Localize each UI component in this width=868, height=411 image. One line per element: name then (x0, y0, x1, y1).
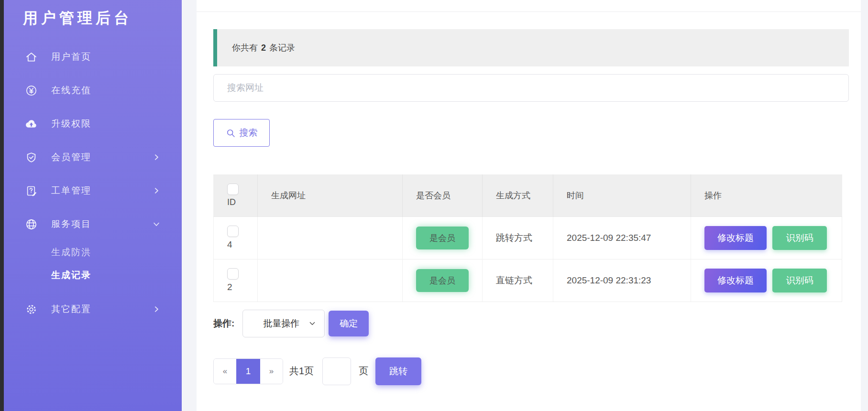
gear-icon (25, 303, 38, 316)
actions-cell: 修改标题 识别码 (691, 259, 842, 302)
sidebar-item-recharge[interactable]: 在线充值 (4, 74, 182, 107)
sidebar-subitem-generate-flood[interactable]: 生成防洪 (4, 241, 182, 264)
chevron-right-icon (152, 186, 161, 195)
url-cell (258, 216, 403, 259)
row-checkbox[interactable] (227, 226, 239, 237)
table-row: 4 是会员 跳转方式 2025-12-09 22:35:47 修改标题 识别码 (214, 216, 842, 259)
method-cell: 直链方式 (483, 259, 553, 302)
header-cell-url: 生成网址 (258, 174, 403, 216)
alert-text-suffix: 条记录 (269, 42, 295, 54)
member-status-badge: 是会员 (416, 227, 469, 249)
table-header-row: ID 生成网址 是否会员 生成方式 时间 操作 (214, 174, 842, 216)
confirm-button[interactable]: 确定 (329, 311, 369, 336)
shield-check-icon (25, 151, 38, 164)
time-cell: 2025-12-09 22:31:23 (553, 259, 691, 302)
sidebar-item-label: 用户首页 (51, 51, 91, 63)
table-row: 2 是会员 直链方式 2025-12-09 22:31:23 修改标题 识别码 (214, 259, 842, 302)
next-page-button[interactable]: » (260, 359, 283, 384)
row-id: 4 (227, 239, 232, 250)
edit-title-button[interactable]: 修改标题 (704, 226, 767, 250)
id-cell: 2 (214, 259, 258, 302)
sidebar-item-label: 其它配置 (51, 303, 91, 315)
sidebar: 用户管理后台 用户首页 在线充值 (4, 0, 182, 411)
chevron-right-icon (152, 153, 161, 162)
cloud-upload-icon (25, 118, 38, 130)
header-cell-method: 生成方式 (483, 174, 553, 216)
search-button-label: 搜索 (240, 127, 258, 139)
jump-button[interactable]: 跳转 (375, 357, 421, 385)
header-cell-member: 是否会员 (403, 174, 483, 216)
content-inner: 你共有 2 条记录 搜索 (197, 12, 861, 385)
select-all-checkbox[interactable] (227, 184, 239, 195)
actions-cell: 修改标题 识别码 (691, 216, 842, 259)
id-cell: 4 (214, 216, 258, 259)
header-cell-time: 时间 (553, 174, 691, 216)
column-header-label: ID (227, 197, 236, 207)
row-id: 2 (227, 282, 232, 292)
header-cell-id: ID (214, 174, 258, 216)
page-jump-input[interactable] (322, 357, 351, 385)
top-bar (197, 0, 861, 12)
sidebar-item-members[interactable]: 会员管理 (4, 141, 182, 174)
ticket-doc-icon (25, 184, 38, 197)
records-count-alert: 你共有 2 条记录 (213, 29, 849, 66)
member-status-badge: 是会员 (416, 269, 469, 292)
sidebar-item-label: 服务项目 (51, 218, 91, 230)
sidebar-item-upgrade[interactable]: 升级权限 (4, 107, 182, 141)
edit-title-button[interactable]: 修改标题 (704, 269, 767, 292)
sidebar-item-settings[interactable]: 其它配置 (4, 292, 182, 326)
method-cell: 跳转方式 (483, 216, 553, 259)
sidebar-item-label: 升级权限 (51, 118, 91, 130)
app-title: 用户管理后台 (4, 0, 182, 29)
home-icon (25, 51, 38, 64)
batch-operation-row: 操作: 批量操作 确定 (213, 310, 849, 337)
window-edge-strip (0, 0, 4, 411)
identify-code-button[interactable]: 识别码 (772, 226, 827, 250)
batch-select-value: 批量操作 (263, 317, 299, 330)
globe-icon (25, 218, 38, 231)
page-unit-text: 页 (359, 365, 368, 378)
search-button[interactable]: 搜索 (213, 119, 270, 147)
records-table: ID 生成网址 是否会员 生成方式 时间 操作 4 (213, 174, 842, 302)
sidebar-menu: 用户首页 在线充值 升级权限 (4, 40, 182, 326)
url-cell (258, 259, 403, 302)
main-content: 你共有 2 条记录 搜索 (197, 0, 861, 411)
chevron-down-icon (152, 220, 161, 228)
sidebar-subitem-label: 生成记录 (51, 269, 91, 281)
member-cell: 是会员 (403, 216, 483, 259)
member-cell: 是会员 (403, 259, 483, 302)
batch-operation-select[interactable]: 批量操作 (242, 310, 325, 337)
current-page-button[interactable]: 1 (236, 359, 260, 384)
table-header: ID 生成网址 是否会员 生成方式 时间 操作 (214, 174, 842, 216)
header-cell-actions: 操作 (691, 174, 842, 216)
search-input[interactable] (213, 74, 849, 102)
prev-page-button[interactable]: « (214, 359, 236, 384)
pager-group: « 1 » (213, 358, 283, 384)
sidebar-item-services[interactable]: 服务项目 (4, 207, 182, 241)
sidebar-item-label: 会员管理 (51, 151, 91, 163)
records-count: 2 (261, 43, 266, 53)
sidebar-item-home[interactable]: 用户首页 (4, 40, 182, 74)
pagination: « 1 » 共1页 页 跳转 (213, 357, 849, 385)
sidebar-item-tickets[interactable]: 工单管理 (4, 174, 182, 207)
sidebar-subitem-generate-records[interactable]: 生成记录 (4, 264, 182, 287)
sidebar-item-label: 工单管理 (51, 184, 91, 197)
time-cell: 2025-12-09 22:35:47 (553, 216, 691, 259)
alert-text-prefix: 你共有 (232, 42, 258, 54)
chevron-down-icon (308, 319, 317, 328)
sidebar-item-label: 在线充值 (51, 84, 91, 97)
sidebar-subitem-label: 生成防洪 (51, 246, 91, 259)
identify-code-button[interactable]: 识别码 (772, 269, 827, 292)
yen-circle-icon (25, 84, 38, 97)
batch-operation-label: 操作: (213, 317, 234, 330)
row-checkbox[interactable] (227, 268, 239, 280)
chevron-right-icon (152, 305, 161, 314)
total-pages-text: 共1页 (289, 365, 314, 378)
search-icon (226, 128, 236, 138)
